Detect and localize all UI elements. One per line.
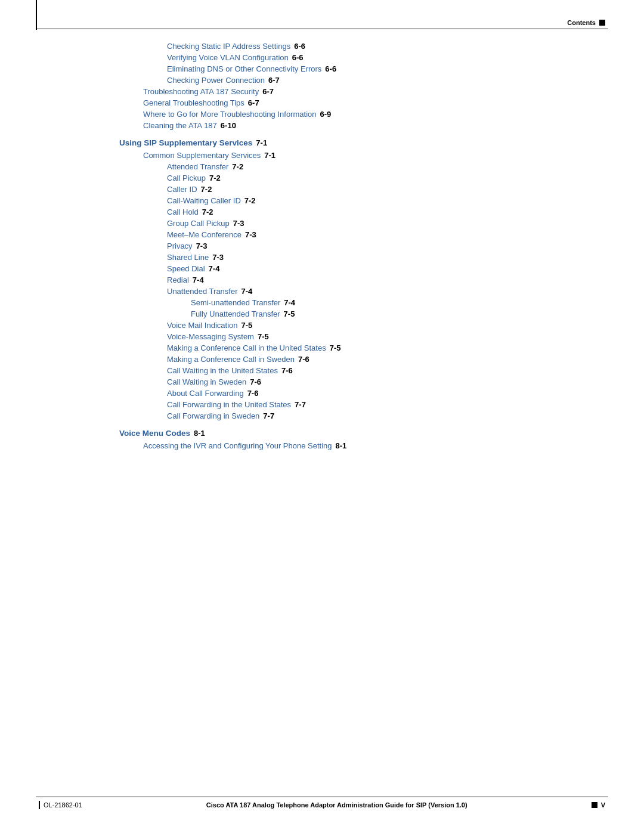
toc-entry: Speed Dial7-4 <box>119 264 596 273</box>
toc-page-num: 7-4 <box>193 275 204 284</box>
toc-entry: Checking Power Connection6-7 <box>119 76 596 85</box>
toc-entry: Call Hold7-2 <box>119 208 596 216</box>
toc-link[interactable]: Call Forwarding in the United States <box>167 400 291 409</box>
toc-link[interactable]: Meet–Me Conference <box>167 230 242 239</box>
toc-link[interactable]: Caller ID <box>167 185 197 194</box>
toc-link[interactable]: Using SIP Supplementary Services <box>119 138 252 147</box>
footer-line <box>36 797 608 797</box>
toc-page-num: 7-4 <box>242 287 253 296</box>
toc-link[interactable]: Call Hold <box>167 208 199 216</box>
toc-link[interactable]: Call Forwarding in Sweden <box>167 411 259 420</box>
toc-page-num: 7-5 <box>258 332 269 341</box>
toc-link[interactable]: Attended Transfer <box>167 162 228 171</box>
toc-entry: Call Pickup7-2 <box>119 174 596 182</box>
toc-link[interactable]: Eliminating DNS or Other Connectivity Er… <box>167 64 321 73</box>
footer-content: OL-21862-01 Cisco ATA 187 Analog Telepho… <box>0 801 644 809</box>
contents-header: Contents <box>567 19 605 26</box>
toc-entry: Call-Waiting Caller ID7-2 <box>119 196 596 205</box>
toc-link[interactable]: Fully Unattended Transfer <box>191 309 280 318</box>
toc-entry: Call Waiting in Sweden7-6 <box>119 377 596 386</box>
toc-page-num: 6-6 <box>294 42 305 51</box>
toc-page-num: 6-7 <box>262 87 274 96</box>
toc-link[interactable]: Verifying Voice VLAN Configuration <box>167 53 289 62</box>
toc-link[interactable]: Common Supplementary Services <box>143 151 261 160</box>
toc-entry: Call Waiting in the United States7-6 <box>119 366 596 375</box>
footer-page: V <box>601 801 605 809</box>
toc-entry: Call Forwarding in Sweden7-7 <box>119 411 596 420</box>
toc-link[interactable]: Semi-unattended Transfer <box>191 298 280 307</box>
toc-page-num: 6-6 <box>292 53 304 62</box>
toc-content: Checking Static IP Address Settings6-6Ve… <box>119 42 596 453</box>
toc-page-num: 7-6 <box>247 389 259 398</box>
toc-link[interactable]: Accessing the IVR and Configuring Your P… <box>143 441 332 450</box>
toc-page-num: 7-6 <box>298 355 309 364</box>
toc-link[interactable]: Unattended Transfer <box>167 287 238 296</box>
toc-page-num: 7-2 <box>232 162 243 171</box>
toc-page-num: 7-2 <box>201 185 212 194</box>
toc-link[interactable]: Making a Conference Call in Sweden <box>167 355 295 364</box>
toc-entry: Troubleshooting ATA 187 Security6-7 <box>119 87 596 96</box>
toc-entry: Common Supplementary Services7-1 <box>119 151 596 160</box>
toc-link[interactable]: Redial <box>167 275 189 284</box>
toc-entry: Semi-unattended Transfer7-4 <box>119 298 596 307</box>
toc-link[interactable]: Troubleshooting ATA 187 Security <box>143 87 259 96</box>
toc-link[interactable]: Voice Mail Indication <box>167 321 238 330</box>
toc-entry: Group Call Pickup7-3 <box>119 219 596 228</box>
toc-link[interactable]: Speed Dial <box>167 264 205 273</box>
toc-page-num: 6-7 <box>268 76 280 85</box>
toc-page-num: 8-1 <box>336 441 347 450</box>
contents-label: Contents <box>567 19 596 26</box>
toc-page-num: 6-9 <box>320 110 331 119</box>
toc-entry: Checking Static IP Address Settings6-6 <box>119 42 596 51</box>
toc-page-num: 7-2 <box>209 174 221 182</box>
toc-entry: Meet–Me Conference7-3 <box>119 230 596 239</box>
toc-link[interactable]: Shared Line <box>167 253 209 262</box>
toc-link[interactable]: Checking Power Connection <box>167 76 265 85</box>
toc-link[interactable]: Cleaning the ATA 187 <box>143 121 217 130</box>
toc-entry: Attended Transfer7-2 <box>119 162 596 171</box>
toc-link[interactable]: Voice-Messaging System <box>167 332 254 341</box>
toc-page-num: 7-7 <box>295 400 306 409</box>
toc-link[interactable]: Call Waiting in the United States <box>167 366 278 375</box>
toc-link[interactable]: Making a Conference Call in the United S… <box>167 343 326 352</box>
page-container: Contents Checking Static IP Address Sett… <box>0 0 644 833</box>
toc-entry: Call Forwarding in the United States7-7 <box>119 400 596 409</box>
toc-entry: Voice Menu Codes8-1 <box>119 429 596 438</box>
toc-entry: Redial7-4 <box>119 275 596 284</box>
toc-link[interactable]: Call-Waiting Caller ID <box>167 196 241 205</box>
footer-doc-num: OL-21862-01 <box>44 801 82 809</box>
toc-entry: Fully Unattended Transfer7-5 <box>119 309 596 318</box>
toc-entry: Privacy7-3 <box>119 241 596 250</box>
toc-page-num: 7-4 <box>284 298 295 307</box>
toc-link[interactable]: Voice Menu Codes <box>119 429 190 438</box>
toc-page-num: 7-5 <box>284 309 295 318</box>
toc-entry: About Call Forwarding7-6 <box>119 389 596 398</box>
toc-link[interactable]: General Troubleshooting Tips <box>143 98 244 107</box>
footer-left: OL-21862-01 <box>39 801 82 809</box>
toc-entry: Cleaning the ATA 1876-10 <box>119 121 596 130</box>
toc-link[interactable]: Call Pickup <box>167 174 206 182</box>
toc-link[interactable]: Call Waiting in Sweden <box>167 377 246 386</box>
toc-entry: General Troubleshooting Tips6-7 <box>119 98 596 107</box>
toc-entry: Verifying Voice VLAN Configuration6-6 <box>119 53 596 62</box>
toc-link[interactable]: Where to Go for More Troubleshooting Inf… <box>143 110 316 119</box>
toc-page-num: 7-5 <box>242 321 253 330</box>
top-border <box>36 29 608 29</box>
toc-page-num: 7-1 <box>256 138 267 147</box>
toc-page-num: 7-3 <box>233 219 244 228</box>
toc-link[interactable]: Group Call Pickup <box>167 219 230 228</box>
toc-link[interactable]: About Call Forwarding <box>167 389 244 398</box>
toc-entry: Unattended Transfer7-4 <box>119 287 596 296</box>
toc-page-num: 7-3 <box>245 230 256 239</box>
toc-page-num: 7-4 <box>209 264 220 273</box>
toc-entry: Making a Conference Call in the United S… <box>119 343 596 352</box>
toc-page-num: 7-3 <box>196 241 208 250</box>
toc-page-num: 7-1 <box>264 151 275 160</box>
toc-entry: Making a Conference Call in Sweden7-6 <box>119 355 596 364</box>
toc-link[interactable]: Checking Static IP Address Settings <box>167 42 290 51</box>
toc-page-num: 7-5 <box>330 343 341 352</box>
footer: OL-21862-01 Cisco ATA 187 Analog Telepho… <box>0 797 644 809</box>
left-bar <box>36 0 37 30</box>
toc-page-num: 6-6 <box>325 64 336 73</box>
toc-link[interactable]: Privacy <box>167 241 193 250</box>
